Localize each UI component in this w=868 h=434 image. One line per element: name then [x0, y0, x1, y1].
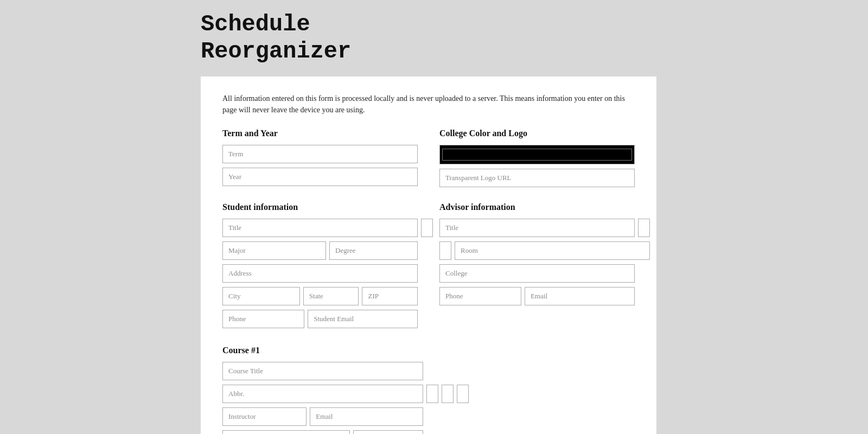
advisor-room-input[interactable]	[455, 241, 650, 260]
advisor-building-input[interactable]	[439, 241, 451, 260]
advisor-info-col: Advisor information	[439, 202, 635, 333]
student-fullname-input[interactable]	[421, 219, 433, 237]
course-hash3-input[interactable]	[457, 385, 469, 403]
advisor-email-input[interactable]	[525, 287, 635, 305]
college-color-col: College Color and Logo	[439, 129, 635, 192]
course-1-section: Course #1	[222, 346, 635, 434]
course-hash2-input[interactable]	[442, 385, 454, 403]
student-title-input[interactable]	[222, 219, 418, 237]
student-major-input[interactable]	[222, 241, 326, 260]
student-email-input[interactable]	[308, 310, 418, 328]
student-section-title: Student information	[222, 202, 418, 212]
college-color-input[interactable]	[439, 145, 635, 164]
app-title: Schedule Reorganizer	[201, 11, 868, 66]
course-instructor-input[interactable]	[222, 407, 307, 426]
student-phone-input[interactable]	[222, 310, 304, 328]
college-color-section-title: College Color and Logo	[439, 129, 635, 138]
advisor-title-input[interactable]	[439, 219, 635, 237]
year-input[interactable]	[222, 168, 418, 186]
course-building-input[interactable]	[222, 430, 350, 434]
student-info-col: Student information	[222, 202, 418, 333]
course-title-input[interactable]	[222, 362, 423, 380]
page-title-block: Schedule Reorganizer	[0, 0, 868, 76]
course-hash1-input[interactable]	[426, 385, 438, 403]
student-degree-input[interactable]	[329, 241, 418, 260]
main-form: All information entered on this form is …	[201, 76, 656, 434]
student-state-input[interactable]	[303, 287, 359, 305]
advisor-phone-input[interactable]	[439, 287, 521, 305]
term-year-section-title: Term and Year	[222, 129, 418, 138]
term-input[interactable]	[222, 145, 418, 163]
term-year-col: Term and Year	[222, 129, 418, 192]
course-room-num-input[interactable]	[353, 430, 423, 434]
course-email-input[interactable]	[310, 407, 423, 426]
course-abbr-input[interactable]	[222, 385, 423, 403]
advisor-section-title: Advisor information	[439, 202, 635, 212]
student-city-input[interactable]	[222, 287, 300, 305]
student-address-input[interactable]	[222, 264, 418, 283]
logo-url-input[interactable]	[439, 169, 635, 187]
course-1-title: Course #1	[222, 346, 635, 355]
advisor-fullname-input[interactable]	[638, 219, 650, 237]
privacy-notice: All information entered on this form is …	[222, 93, 635, 116]
student-zip-input[interactable]	[362, 287, 418, 305]
advisor-college-input[interactable]	[439, 264, 635, 283]
